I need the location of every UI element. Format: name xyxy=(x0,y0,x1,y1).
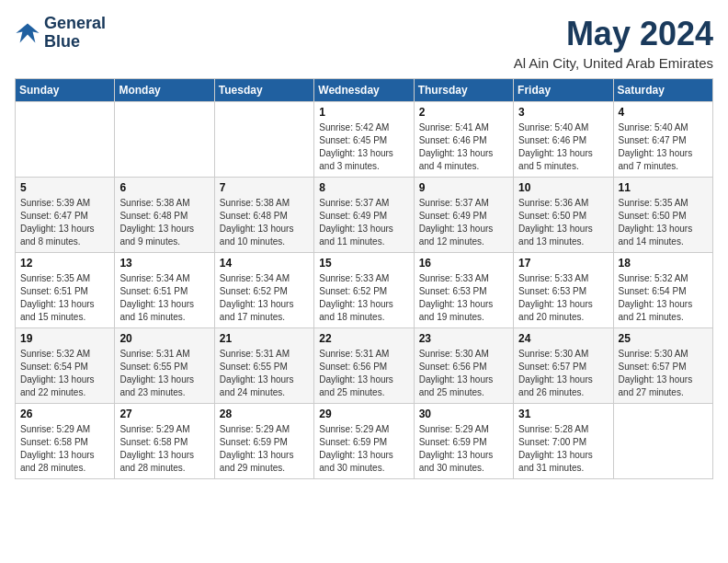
calendar-cell: 27Sunrise: 5:29 AM Sunset: 6:58 PM Dayli… xyxy=(115,404,214,479)
day-info: Sunrise: 5:29 AM Sunset: 6:59 PM Dayligh… xyxy=(220,423,309,475)
day-number: 30 xyxy=(419,408,508,420)
calendar-cell: 3Sunrise: 5:40 AM Sunset: 6:46 PM Daylig… xyxy=(514,102,613,178)
calendar-cell: 23Sunrise: 5:30 AM Sunset: 6:56 PM Dayli… xyxy=(414,328,513,404)
day-number: 1 xyxy=(319,106,408,119)
day-info: Sunrise: 5:37 AM Sunset: 6:49 PM Dayligh… xyxy=(319,197,408,248)
weekday-header-friday: Friday xyxy=(514,79,613,102)
calendar-cell xyxy=(214,102,313,178)
day-number: 8 xyxy=(319,181,408,194)
calendar-cell: 12Sunrise: 5:35 AM Sunset: 6:51 PM Dayli… xyxy=(16,253,115,328)
day-info: Sunrise: 5:31 AM Sunset: 6:55 PM Dayligh… xyxy=(220,348,309,399)
day-info: Sunrise: 5:36 AM Sunset: 6:50 PM Dayligh… xyxy=(518,197,608,248)
calendar-cell: 16Sunrise: 5:33 AM Sunset: 6:53 PM Dayli… xyxy=(414,253,513,328)
calendar-cell: 17Sunrise: 5:33 AM Sunset: 6:53 PM Dayli… xyxy=(514,253,613,328)
logo: General Blue xyxy=(15,15,106,52)
calendar-cell: 6Sunrise: 5:38 AM Sunset: 6:48 PM Daylig… xyxy=(115,178,214,253)
calendar-cell: 26Sunrise: 5:29 AM Sunset: 6:58 PM Dayli… xyxy=(16,404,115,479)
day-info: Sunrise: 5:42 AM Sunset: 6:45 PM Dayligh… xyxy=(319,121,408,173)
day-number: 3 xyxy=(518,106,608,119)
calendar-cell: 31Sunrise: 5:28 AM Sunset: 7:00 PM Dayli… xyxy=(514,404,613,479)
calendar-cell: 13Sunrise: 5:34 AM Sunset: 6:51 PM Dayli… xyxy=(115,253,214,328)
day-info: Sunrise: 5:34 AM Sunset: 6:52 PM Dayligh… xyxy=(220,272,309,324)
day-info: Sunrise: 5:28 AM Sunset: 7:00 PM Dayligh… xyxy=(518,423,608,475)
calendar-cell xyxy=(115,102,214,178)
day-number: 13 xyxy=(119,257,209,270)
weekday-header-monday: Monday xyxy=(115,79,214,102)
day-info: Sunrise: 5:34 AM Sunset: 6:51 PM Dayligh… xyxy=(119,272,209,324)
calendar-cell: 1Sunrise: 5:42 AM Sunset: 6:45 PM Daylig… xyxy=(314,102,414,178)
calendar-week-5: 26Sunrise: 5:29 AM Sunset: 6:58 PM Dayli… xyxy=(16,404,713,479)
day-info: Sunrise: 5:33 AM Sunset: 6:53 PM Dayligh… xyxy=(419,272,508,324)
day-info: Sunrise: 5:29 AM Sunset: 6:58 PM Dayligh… xyxy=(119,423,209,475)
weekday-header-row: SundayMondayTuesdayWednesdayThursdayFrid… xyxy=(16,79,713,102)
day-info: Sunrise: 5:32 AM Sunset: 6:54 PM Dayligh… xyxy=(619,272,708,324)
calendar-cell: 30Sunrise: 5:29 AM Sunset: 6:59 PM Dayli… xyxy=(414,404,513,479)
day-number: 24 xyxy=(518,332,608,345)
day-number: 7 xyxy=(220,181,309,194)
calendar-cell: 19Sunrise: 5:32 AM Sunset: 6:54 PM Dayli… xyxy=(16,328,115,404)
page-header: General Blue May 2024 Al Ain City, Unite… xyxy=(15,15,713,71)
day-number: 2 xyxy=(419,106,508,119)
day-info: Sunrise: 5:32 AM Sunset: 6:54 PM Dayligh… xyxy=(20,348,109,399)
calendar-cell: 28Sunrise: 5:29 AM Sunset: 6:59 PM Dayli… xyxy=(214,404,313,479)
weekday-header-thursday: Thursday xyxy=(414,79,513,102)
day-number: 9 xyxy=(419,181,508,194)
day-number: 27 xyxy=(119,408,209,420)
calendar-cell xyxy=(16,102,115,178)
day-number: 17 xyxy=(518,257,608,270)
calendar-cell: 10Sunrise: 5:36 AM Sunset: 6:50 PM Dayli… xyxy=(514,178,613,253)
calendar-cell: 4Sunrise: 5:40 AM Sunset: 6:47 PM Daylig… xyxy=(613,102,712,178)
calendar-cell: 14Sunrise: 5:34 AM Sunset: 6:52 PM Dayli… xyxy=(214,253,313,328)
calendar-cell: 15Sunrise: 5:33 AM Sunset: 6:52 PM Dayli… xyxy=(314,253,414,328)
day-number: 4 xyxy=(619,106,708,119)
day-number: 12 xyxy=(20,257,109,270)
calendar-week-1: 1Sunrise: 5:42 AM Sunset: 6:45 PM Daylig… xyxy=(16,102,713,178)
weekday-header-tuesday: Tuesday xyxy=(214,79,313,102)
day-info: Sunrise: 5:40 AM Sunset: 6:46 PM Dayligh… xyxy=(518,121,608,173)
day-number: 15 xyxy=(319,257,408,270)
day-number: 5 xyxy=(20,181,109,194)
calendar-cell: 21Sunrise: 5:31 AM Sunset: 6:55 PM Dayli… xyxy=(214,328,313,404)
weekday-header-sunday: Sunday xyxy=(16,79,115,102)
day-info: Sunrise: 5:39 AM Sunset: 6:47 PM Dayligh… xyxy=(20,197,109,248)
weekday-header-saturday: Saturday xyxy=(613,79,712,102)
day-info: Sunrise: 5:31 AM Sunset: 6:55 PM Dayligh… xyxy=(119,348,209,399)
day-number: 14 xyxy=(220,257,309,270)
day-info: Sunrise: 5:33 AM Sunset: 6:52 PM Dayligh… xyxy=(319,272,408,324)
day-number: 11 xyxy=(619,181,708,194)
day-info: Sunrise: 5:40 AM Sunset: 6:47 PM Dayligh… xyxy=(619,121,708,173)
day-number: 25 xyxy=(619,332,708,345)
day-info: Sunrise: 5:30 AM Sunset: 6:56 PM Dayligh… xyxy=(419,348,508,399)
day-number: 22 xyxy=(319,332,408,345)
day-info: Sunrise: 5:33 AM Sunset: 6:53 PM Dayligh… xyxy=(518,272,608,324)
calendar-week-2: 5Sunrise: 5:39 AM Sunset: 6:47 PM Daylig… xyxy=(16,178,713,253)
logo-text: General Blue xyxy=(44,15,106,52)
calendar-title-block: May 2024 Al Ain City, United Arab Emirat… xyxy=(514,15,713,71)
calendar-subtitle: Al Ain City, United Arab Emirates xyxy=(514,55,713,71)
day-number: 10 xyxy=(518,181,608,194)
calendar-cell: 7Sunrise: 5:38 AM Sunset: 6:48 PM Daylig… xyxy=(214,178,313,253)
day-number: 19 xyxy=(20,332,109,345)
day-number: 21 xyxy=(220,332,309,345)
calendar-cell: 11Sunrise: 5:35 AM Sunset: 6:50 PM Dayli… xyxy=(613,178,712,253)
calendar-title: May 2024 xyxy=(514,15,713,53)
calendar-cell: 25Sunrise: 5:30 AM Sunset: 6:57 PM Dayli… xyxy=(613,328,712,404)
weekday-header-wednesday: Wednesday xyxy=(314,79,414,102)
day-number: 26 xyxy=(20,408,109,420)
calendar-cell: 29Sunrise: 5:29 AM Sunset: 6:59 PM Dayli… xyxy=(314,404,414,479)
day-number: 16 xyxy=(419,257,508,270)
calendar-cell: 18Sunrise: 5:32 AM Sunset: 6:54 PM Dayli… xyxy=(613,253,712,328)
calendar-cell: 22Sunrise: 5:31 AM Sunset: 6:56 PM Dayli… xyxy=(314,328,414,404)
day-info: Sunrise: 5:29 AM Sunset: 6:59 PM Dayligh… xyxy=(419,423,508,475)
calendar-cell xyxy=(613,404,712,479)
day-info: Sunrise: 5:38 AM Sunset: 6:48 PM Dayligh… xyxy=(119,197,209,248)
calendar-table: SundayMondayTuesdayWednesdayThursdayFrid… xyxy=(15,78,713,479)
day-info: Sunrise: 5:38 AM Sunset: 6:48 PM Dayligh… xyxy=(220,197,309,248)
day-info: Sunrise: 5:31 AM Sunset: 6:56 PM Dayligh… xyxy=(319,348,408,399)
day-info: Sunrise: 5:29 AM Sunset: 6:58 PM Dayligh… xyxy=(20,423,109,475)
svg-marker-0 xyxy=(16,23,39,42)
day-info: Sunrise: 5:30 AM Sunset: 6:57 PM Dayligh… xyxy=(619,348,708,399)
day-info: Sunrise: 5:35 AM Sunset: 6:50 PM Dayligh… xyxy=(619,197,708,248)
logo-icon xyxy=(15,20,40,46)
calendar-cell: 9Sunrise: 5:37 AM Sunset: 6:49 PM Daylig… xyxy=(414,178,513,253)
